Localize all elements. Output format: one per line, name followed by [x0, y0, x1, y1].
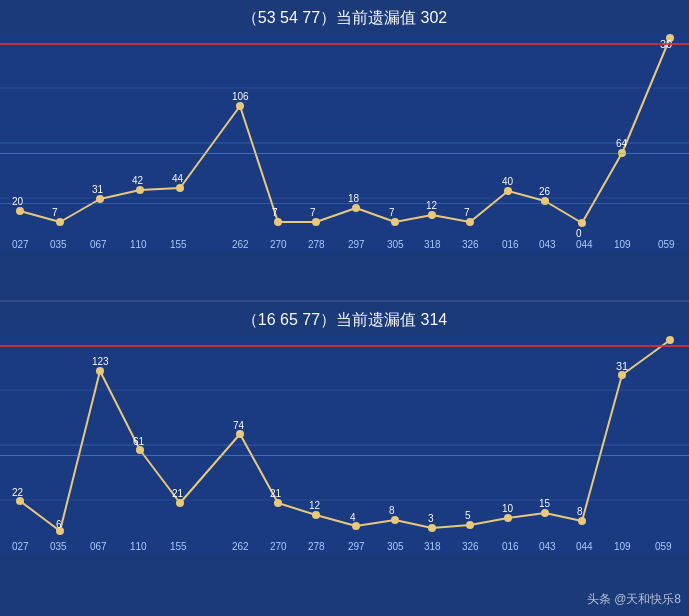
svg-point-64: [236, 430, 244, 438]
svg-text:12: 12: [426, 200, 438, 211]
svg-text:297: 297: [348, 541, 365, 552]
svg-text:262: 262: [232, 541, 249, 552]
svg-text:278: 278: [308, 541, 325, 552]
svg-text:12: 12: [309, 500, 321, 511]
svg-text:109: 109: [614, 239, 631, 250]
svg-text:305: 305: [387, 239, 404, 250]
svg-text:31: 31: [616, 360, 628, 372]
svg-point-10: [274, 218, 282, 226]
chart-section-2: （16 65 77）当前遗漏值 314: [0, 302, 689, 602]
svg-point-69: [428, 524, 436, 532]
svg-text:3: 3: [428, 513, 434, 524]
svg-text:0: 0: [576, 228, 582, 239]
svg-text:42: 42: [132, 175, 144, 186]
svg-point-66: [312, 511, 320, 519]
svg-text:8: 8: [577, 506, 583, 517]
svg-text:21: 21: [270, 488, 282, 499]
svg-text:067: 067: [90, 541, 107, 552]
main-container: （53 54 77）当前遗漏值 302: [0, 0, 689, 616]
svg-text:7: 7: [272, 207, 278, 218]
svg-point-7: [136, 186, 144, 194]
svg-text:5: 5: [465, 510, 471, 521]
svg-point-14: [428, 211, 436, 219]
svg-text:40: 40: [502, 176, 514, 187]
svg-point-6: [96, 195, 104, 203]
svg-text:059: 059: [658, 239, 675, 250]
svg-text:326: 326: [462, 239, 479, 250]
svg-point-65: [274, 499, 282, 507]
svg-text:109: 109: [614, 541, 631, 552]
svg-point-67: [352, 522, 360, 530]
svg-text:110: 110: [130, 239, 147, 250]
svg-text:110: 110: [130, 541, 147, 552]
svg-text:7: 7: [310, 207, 316, 218]
svg-text:044: 044: [576, 239, 593, 250]
svg-text:035: 035: [50, 239, 67, 250]
svg-point-68: [391, 516, 399, 524]
svg-point-16: [504, 187, 512, 195]
svg-text:297: 297: [348, 239, 365, 250]
svg-text:7: 7: [464, 207, 470, 218]
svg-point-9: [236, 102, 244, 110]
svg-text:044: 044: [576, 541, 593, 552]
svg-point-71: [504, 514, 512, 522]
chart1-line: 20 7 31 42 44 106 7 7 18 7 12 7 40 26 0 …: [0, 33, 689, 253]
svg-text:027: 027: [12, 239, 29, 250]
svg-point-70: [466, 521, 474, 529]
svg-point-12: [352, 204, 360, 212]
svg-text:067: 067: [90, 239, 107, 250]
svg-point-8: [176, 184, 184, 192]
svg-text:016: 016: [502, 239, 519, 250]
svg-text:44: 44: [172, 173, 184, 184]
svg-text:20: 20: [12, 196, 24, 207]
svg-text:326: 326: [462, 541, 479, 552]
svg-point-73: [578, 517, 586, 525]
svg-text:262: 262: [232, 239, 249, 250]
svg-text:035: 035: [50, 541, 67, 552]
svg-text:26: 26: [539, 186, 551, 197]
svg-text:270: 270: [270, 541, 287, 552]
chart2-title: （16 65 77）当前遗漏值 314: [0, 302, 689, 335]
svg-point-74: [618, 371, 626, 379]
svg-point-59: [16, 497, 24, 505]
svg-text:7: 7: [52, 207, 58, 218]
svg-point-63: [176, 499, 184, 507]
svg-text:6: 6: [56, 519, 62, 530]
svg-text:15: 15: [539, 498, 551, 509]
svg-text:10: 10: [502, 503, 514, 514]
svg-text:059: 059: [655, 541, 672, 552]
svg-text:043: 043: [539, 541, 556, 552]
svg-text:7: 7: [389, 207, 395, 218]
svg-text:305: 305: [387, 541, 404, 552]
svg-text:318: 318: [424, 541, 441, 552]
svg-text:318: 318: [424, 239, 441, 250]
svg-point-72: [541, 509, 549, 517]
chart2-line: 22 6 123 61 21 74 21 12 4 8 3 5 10 15 8 …: [0, 335, 689, 555]
svg-text:027: 027: [12, 541, 29, 552]
svg-point-75: [666, 336, 674, 344]
svg-point-13: [391, 218, 399, 226]
svg-text:043: 043: [539, 239, 556, 250]
svg-text:21: 21: [172, 488, 184, 499]
chart1-title: （53 54 77）当前遗漏值 302: [0, 0, 689, 33]
svg-text:123: 123: [92, 356, 109, 367]
svg-text:155: 155: [170, 541, 187, 552]
svg-text:31: 31: [92, 184, 104, 195]
svg-point-18: [578, 219, 586, 227]
watermark: 头条 @天和快乐8: [587, 591, 681, 608]
svg-text:278: 278: [308, 239, 325, 250]
svg-text:74: 74: [233, 420, 245, 431]
svg-point-5: [56, 218, 64, 226]
svg-point-62: [136, 446, 144, 454]
svg-text:155: 155: [170, 239, 187, 250]
svg-text:016: 016: [502, 541, 519, 552]
svg-point-15: [466, 218, 474, 226]
svg-text:8: 8: [389, 505, 395, 516]
svg-point-11: [312, 218, 320, 226]
svg-point-61: [96, 367, 104, 375]
svg-text:64: 64: [616, 138, 628, 149]
svg-text:4: 4: [350, 512, 356, 523]
svg-text:106: 106: [232, 91, 249, 102]
chart-section-1: （53 54 77）当前遗漏值 302: [0, 0, 689, 300]
svg-text:22: 22: [12, 487, 24, 498]
